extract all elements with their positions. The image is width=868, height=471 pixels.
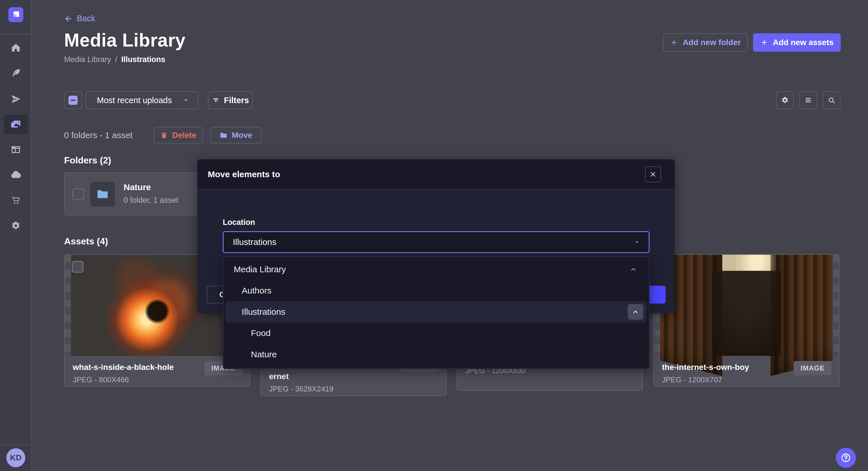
sort-label: Most recent uploads <box>97 96 172 105</box>
tree-item-label: Nature <box>251 349 277 359</box>
add-new-assets-label: Add new assets <box>773 38 834 47</box>
asset-meta: JPEG - 3628X2419 <box>269 384 438 394</box>
cloud-icon <box>10 169 22 180</box>
breadcrumb-current: Illustrations <box>121 55 165 64</box>
selection-count: 0 folders - 1 asset <box>64 127 132 144</box>
sidebar-item-content-manager[interactable] <box>4 140 28 159</box>
search-button[interactable] <box>823 91 840 109</box>
add-new-folder-label: Add new folder <box>683 38 741 47</box>
gear-icon <box>781 96 789 105</box>
breadcrumb-root[interactable]: Media Library <box>64 55 111 64</box>
asset-meta: JPEG - 800X466 <box>73 375 242 384</box>
chevron-down-icon <box>634 239 640 245</box>
tree-item-nature[interactable]: Nature <box>226 344 647 365</box>
tree-item-label: Illustrations <box>242 307 285 317</box>
sidebar-item-cloud[interactable] <box>4 165 28 184</box>
help-button[interactable] <box>836 448 856 468</box>
breadcrumb-separator: / <box>115 55 118 64</box>
back-link[interactable]: Back <box>64 14 95 23</box>
strapi-logo[interactable] <box>8 7 23 22</box>
move-button[interactable]: Move <box>210 127 261 144</box>
person-silhouette <box>712 271 781 356</box>
feather-icon <box>10 67 21 78</box>
location-combobox[interactable]: Illustrations <box>223 231 650 253</box>
plus-icon <box>760 38 768 46</box>
sidebar-divider <box>0 34 32 34</box>
add-new-folder-button[interactable]: Add new folder <box>663 33 748 52</box>
plus-icon <box>670 38 678 46</box>
folder-checkbox[interactable] <box>72 189 84 200</box>
filters-label: Filters <box>224 96 249 105</box>
page-title: Media Library <box>64 30 186 51</box>
modal-header: Move elements to <box>197 159 675 190</box>
filter-icon <box>212 96 220 104</box>
asset-info: what-s-inside-a-black-hole JPEG - 800X46… <box>65 356 250 387</box>
folder-name: Nature <box>124 182 151 192</box>
asset-info: the-internet-s-own-boy JPEG - 1200X707 I… <box>654 356 839 387</box>
assets-heading: Assets (4) <box>64 236 108 247</box>
library-photo-image <box>660 255 833 356</box>
tree-item-label: Authors <box>242 286 271 296</box>
app-window: Back Media Library Media Library / Illus… <box>0 0 868 471</box>
search-icon <box>827 96 836 105</box>
close-button[interactable] <box>645 166 661 182</box>
folder-icon <box>96 188 109 201</box>
breadcrumb: Media Library / Illustrations <box>64 55 165 64</box>
gear-icon <box>10 220 21 231</box>
question-mark-icon <box>840 452 851 463</box>
folder-tile <box>90 182 115 206</box>
chevron-up-icon <box>632 308 639 316</box>
arrow-left-icon <box>64 14 73 23</box>
checkbox-indeterminate <box>68 96 78 105</box>
home-icon <box>11 42 21 53</box>
sidebar-item-settings[interactable] <box>4 216 28 236</box>
move-label: Move <box>232 131 252 140</box>
list-view-button[interactable] <box>799 91 817 109</box>
layout-icon <box>10 144 21 155</box>
sidebar-item-media-library[interactable] <box>4 114 28 134</box>
asset-card-internet-own-boy[interactable]: the-internet-s-own-boy JPEG - 1200X707 I… <box>653 254 840 387</box>
media-library-icon <box>10 119 22 130</box>
tree-item-label: Food <box>251 328 271 338</box>
asset-preview <box>654 255 839 356</box>
grid-settings-button[interactable] <box>776 91 794 109</box>
modal-title: Move elements to <box>208 169 280 179</box>
chevron-down-icon <box>182 97 190 104</box>
location-label: Location <box>223 218 255 227</box>
asset-meta: JPEG - 1200X707 <box>662 375 831 384</box>
sidebar-item-content-type-builder[interactable] <box>4 63 28 83</box>
delete-button[interactable]: Delete <box>153 127 203 144</box>
tree-item-food[interactable]: Food <box>226 323 647 344</box>
sort-dropdown[interactable]: Most recent uploads <box>85 91 198 109</box>
location-value: Illustrations <box>233 237 277 247</box>
list-icon <box>804 96 812 105</box>
select-all-checkbox[interactable] <box>64 91 82 109</box>
add-new-assets-button[interactable]: Add new assets <box>753 33 841 52</box>
location-dropdown: Media Library Authors Illustrations Food… <box>223 257 650 369</box>
user-avatar[interactable]: KD <box>6 448 25 467</box>
tree-item-label: Media Library <box>234 265 286 274</box>
folder-icon <box>220 131 228 139</box>
cart-icon <box>10 195 21 206</box>
sidebar-item-releases[interactable] <box>4 89 28 109</box>
collapse-button[interactable] <box>628 304 643 319</box>
sidebar-divider <box>0 444 32 445</box>
asset-type-badge: IMAGE <box>794 361 832 375</box>
filters-button[interactable]: Filters <box>208 91 253 109</box>
chevron-up-icon <box>629 265 638 273</box>
tree-item-media-library[interactable]: Media Library <box>226 259 647 280</box>
sidebar-item-marketplace[interactable] <box>4 191 28 210</box>
header-actions: Add new folder Add new assets <box>663 33 841 52</box>
strapi-logo-icon <box>11 10 21 20</box>
asset-info: ernet JPEG - 3628X2419 IMAGE <box>261 365 446 396</box>
sidebar-item-home[interactable] <box>4 38 28 58</box>
trash-icon <box>160 131 168 139</box>
asset-name: ernet <box>269 372 438 381</box>
folders-heading: Folders (2) <box>64 155 111 166</box>
tree-item-illustrations[interactable]: Illustrations <box>226 301 647 323</box>
folder-meta: 0 folder, 1 asset <box>124 196 179 205</box>
tree-item-authors[interactable]: Authors <box>226 280 647 301</box>
close-icon <box>649 171 657 178</box>
sidebar: KD <box>0 0 32 471</box>
asset-checkbox[interactable] <box>72 261 83 273</box>
